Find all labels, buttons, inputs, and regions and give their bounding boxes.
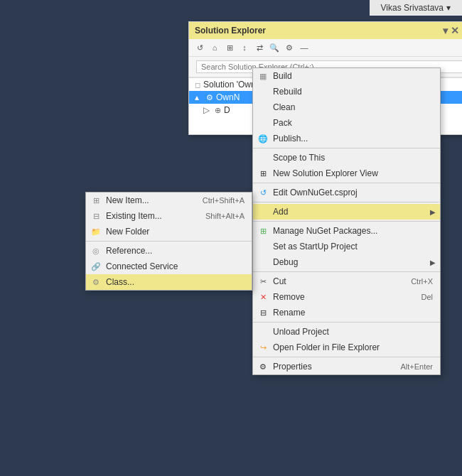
solution-icon: ◻: [195, 81, 200, 89]
menu-label-reference: Reference...: [106, 246, 152, 256]
menu-label-existing-item: Existing Item...: [106, 211, 162, 221]
separator-6: [253, 322, 440, 323]
menu-item-publish[interactable]: 🌐 Publish...: [253, 131, 440, 146]
context-menu-main: ▦ Build Rebuild Clean Pack 🌐 Publish... …: [252, 67, 441, 375]
menu-label-new-slnexp: New Solution Explorer View: [273, 168, 378, 178]
separator-3: [253, 202, 440, 202]
menu-item-build[interactable]: ▦ Build: [253, 68, 440, 84]
menu-item-remove[interactable]: ✕ Remove Del: [253, 289, 440, 305]
toolbar-sync-btn[interactable]: ⇄: [253, 41, 266, 54]
menu-item-unload[interactable]: Unload Project: [253, 324, 440, 340]
toolbar-minimize-btn[interactable]: —: [298, 41, 311, 54]
toolbar-grid-btn[interactable]: ⊞: [223, 41, 236, 54]
menu-item-nuget[interactable]: ⊞ Manage NuGet Packages...: [253, 223, 440, 239]
class-icon: ⚙: [90, 276, 102, 288]
deps-icon: ⊕: [215, 106, 221, 115]
add-separator-1: [86, 241, 252, 242]
reference-icon: ◎: [90, 245, 102, 256]
publish-icon: 🌐: [257, 133, 269, 144]
separator-5: [253, 271, 440, 272]
menu-item-rename[interactable]: ⊟ Rename: [253, 305, 440, 320]
toolbar-sort-btn[interactable]: ↕: [238, 41, 251, 54]
menu-label-edit-csproj: Edit OwnNuGet.csproj: [273, 188, 358, 198]
menu-label-new-item: New Item...: [106, 195, 149, 205]
menu-item-properties[interactable]: ⚙ Properties Alt+Enter: [253, 359, 440, 374]
toolbar-settings-btn[interactable]: ⚙: [283, 41, 296, 54]
context-menu-add-submenu: ⊞ New Item... Ctrl+Shift+A ⊟ Existing It…: [85, 192, 252, 291]
clean-icon: [257, 102, 269, 113]
menu-label-cut: Cut: [273, 276, 286, 286]
separator-2: [253, 183, 440, 183]
menu-item-new-slnexp[interactable]: ⊞ New Solution Explorer View: [253, 166, 440, 181]
edit-icon: ↺: [257, 187, 269, 198]
chevron-down-icon: ▾: [446, 3, 451, 13]
toolbar-home-btn[interactable]: ⌂: [208, 41, 221, 54]
separator-7: [253, 357, 440, 357]
menu-item-reference[interactable]: ◎ Reference...: [86, 243, 252, 259]
project-label: OwnN: [216, 92, 240, 102]
cut-shortcut: Ctrl+X: [411, 277, 433, 286]
properties-icon: ⚙: [257, 361, 269, 372]
menu-label-publish: Publish...: [273, 134, 308, 144]
solution-explorer-title-bar: Solution Explorer ▾ ✕: [189, 22, 462, 39]
menu-label-rebuild: Rebuild: [273, 87, 302, 97]
menu-label-properties: Properties: [273, 362, 312, 372]
remove-icon: ✕: [257, 291, 269, 303]
slnexp-icon: ⊞: [257, 168, 269, 179]
menu-item-cut[interactable]: ✂ Cut Ctrl+X: [253, 274, 440, 289]
menu-item-edit-csproj[interactable]: ↺ Edit OwnNuGet.csproj: [253, 185, 440, 200]
menu-item-add[interactable]: Add ▶: [253, 204, 440, 220]
menu-item-scope[interactable]: Scope to This: [253, 150, 440, 166]
nuget-icon: ⊞: [257, 225, 269, 237]
existing-item-icon: ⊟: [90, 210, 102, 222]
menu-item-debug[interactable]: Debug ▶: [253, 254, 440, 270]
project-icon: ⚙: [206, 93, 213, 102]
build-icon: ▦: [257, 70, 269, 82]
menu-item-connected-service[interactable]: 🔗 Connected Service: [86, 259, 252, 274]
menu-label-scope: Scope to This: [273, 153, 325, 163]
properties-shortcut: Alt+Enter: [400, 362, 433, 371]
menu-label-class: Class...: [106, 277, 134, 287]
menu-label-pack: Pack: [273, 118, 292, 128]
menu-item-open-folder[interactable]: ↪ Open Folder in File Explorer: [253, 340, 440, 355]
open-folder-icon: ↪: [257, 342, 269, 353]
solution-explorer-title: Solution Explorer: [195, 26, 266, 36]
debug-arrow-icon: ▶: [430, 259, 436, 266]
menu-label-build: Build: [273, 71, 292, 81]
solution-explorer-toolbar: ↺ ⌂ ⊞ ↕ ⇄ 🔍 ⚙ —: [189, 39, 462, 57]
toolbar-refresh-btn[interactable]: ↺: [193, 41, 206, 54]
menu-item-pack[interactable]: Pack: [253, 115, 440, 131]
indent-spacer: ▴: [195, 92, 203, 102]
separator-1: [253, 148, 440, 148]
menu-label-connected-service: Connected Service: [106, 261, 178, 271]
menu-item-new-folder[interactable]: 📁 New Folder: [86, 224, 252, 239]
menu-label-rename: Rename: [273, 308, 305, 318]
menu-label-debug: Debug: [273, 257, 298, 267]
new-item-shortcut: Ctrl+Shift+A: [203, 196, 245, 205]
separator-4: [253, 221, 440, 222]
connected-service-icon: 🔗: [90, 261, 102, 272]
menu-label-remove: Remove: [273, 292, 305, 302]
pin-icon[interactable]: ▾ ✕: [443, 25, 459, 36]
deps-label: D: [224, 105, 230, 115]
add-icon: [257, 206, 269, 217]
menu-item-clean[interactable]: Clean: [253, 99, 440, 115]
menu-item-startup[interactable]: Set as StartUp Project: [253, 239, 440, 254]
debug-icon: [257, 256, 269, 268]
rebuild-icon: [257, 86, 269, 97]
startup-icon: [257, 241, 269, 252]
toolbar-search-btn[interactable]: 🔍: [268, 41, 281, 54]
pack-icon: [257, 117, 269, 129]
user-bar: Vikas Srivastava ▾: [370, 0, 462, 16]
menu-label-nuget: Manage NuGet Packages...: [273, 226, 377, 236]
menu-label-add: Add: [273, 207, 288, 217]
add-arrow-icon: ▶: [430, 208, 436, 216]
scope-icon: [257, 152, 269, 163]
menu-item-rebuild[interactable]: Rebuild: [253, 84, 440, 99]
remove-shortcut: Del: [421, 293, 433, 301]
menu-item-existing-item[interactable]: ⊟ Existing Item... Shift+Alt+A: [86, 208, 252, 224]
username-label: Vikas Srivastava: [381, 3, 444, 13]
menu-item-class[interactable]: ⚙ Class...: [86, 274, 252, 290]
menu-label-new-folder: New Folder: [106, 227, 149, 237]
menu-item-new-item[interactable]: ⊞ New Item... Ctrl+Shift+A: [86, 193, 252, 208]
